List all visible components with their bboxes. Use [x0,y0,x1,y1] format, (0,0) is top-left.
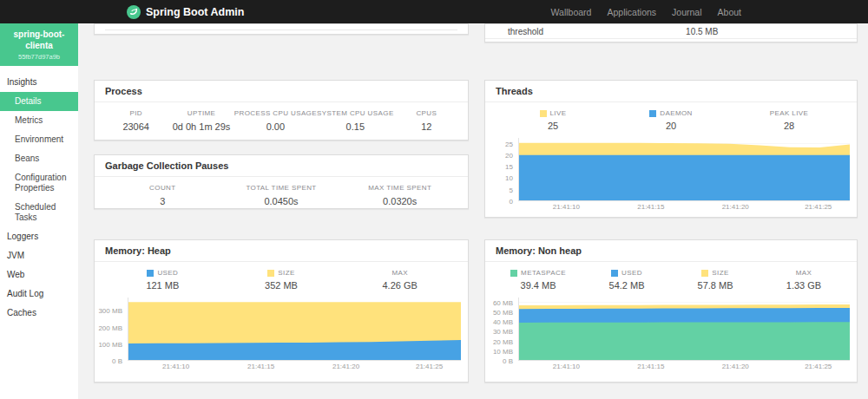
x-tick-label: 21:41:15 [637,203,664,211]
legend-size: SIZE57.8 MB [671,269,760,291]
threshold-row: threshold 10.5 MB [485,24,857,39]
metric-total-time-spent: TOTAL TIME SPENT0.0450s [222,184,341,206]
nav-link-applications[interactable]: Applications [607,7,656,17]
x-tick-label: 21:41:20 [722,203,749,211]
legend-swatch-icon [649,110,656,117]
metric-uptime: UPTIME0d 0h 1m 29s [168,109,233,132]
metric-value: 12 [394,121,459,132]
metric-cpus: CPUS12 [394,109,459,132]
legend-value: 39.4 MB [494,280,582,291]
metric-system-cpu-usage: SYSTEM CPU USAGE0.15 [317,109,394,132]
sidebar-item-environment[interactable]: Environment [0,130,78,149]
sidebar-item-metrics[interactable]: Metrics [0,111,78,130]
legend-used: USED54.2 MB [582,269,671,291]
metric-value: 23064 [103,121,168,132]
legend-swatch-icon [267,270,274,277]
sidebar-item-scheduled-tasks[interactable]: Scheduled Tasks [0,198,78,227]
gc-card-title: Garbage Collection Pauses [95,155,468,177]
memory-nonheap-card: Memory: Non heap METASPACE39.4 MBUSED54.… [484,239,858,383]
metric-count: COUNT3 [103,184,222,206]
y-tick-label: 0 [510,198,513,206]
metric-process-cpu-usage: PROCESS CPU USAGE0.00 [234,109,317,132]
threads-chart-y-axis: 0510152025 [487,138,518,201]
nonheap-legend: METASPACE39.4 MBUSED54.2 MBSIZE57.8 MBMA… [485,262,857,292]
metric-value: 0.15 [317,121,394,132]
metric-value: 0d 0h 1m 29s [168,121,233,132]
heap-card-title: Memory: Heap [95,240,468,262]
legend-value: 28 [730,121,848,131]
sidebar-item-beans[interactable]: Beans [0,149,78,168]
sidebar-item-jvm[interactable]: JVM [0,246,78,265]
instance-card[interactable]: spring-boot- clienta 55fb77d97a9b [0,23,78,66]
process-metrics: PID23064UPTIME0d 0h 1m 29sPROCESS CPU US… [95,102,468,137]
legend-swatch-icon [701,270,708,277]
sidebar-item-audit-log[interactable]: Audit Log [0,285,78,304]
y-tick-label: 5 [510,186,513,193]
memory-heap-card: Memory: Heap USED121 MBSIZE352 MBMAX4.26… [94,239,469,383]
metric-label: UPTIME [168,109,233,117]
legend-max: MAX4.26 GB [340,269,459,291]
sidebar-item-insights[interactable]: Insights [0,73,78,92]
sidebar-item-caches[interactable]: Caches [0,304,78,323]
legend-swatch-icon [510,270,517,277]
navbar: Spring Boot Admin WallboardApplicationsJ… [0,0,868,23]
legend-label: SIZE [222,269,341,277]
x-tick-label: 21:41:10 [553,203,580,211]
legend-label: SIZE [671,269,760,277]
sidebar-item-details[interactable]: Details [0,92,78,111]
legend-value: 20 [612,121,730,131]
threads-card: Threads LIVE25DAEMON20PEAK LIVE28 051015… [484,80,858,218]
y-tick-label: 200 MB [98,324,122,331]
x-tick-label: 21:41:20 [332,363,359,370]
y-tick-label: 30 MB [493,328,513,336]
legend-label: LIVE [494,109,612,117]
legend-metaspace: METASPACE39.4 MB [494,269,582,291]
legend-label: PEAK LIVE [730,109,848,117]
legend-value: 54.2 MB [582,280,671,291]
y-tick-label: 20 [505,151,513,159]
sidebar-item-loggers[interactable]: Loggers [0,227,78,246]
metric-label: MAX TIME SPENT [340,184,459,192]
nonheap-chart-x-axis: 21:41:1021:41:1521:41:2021:41:25 [518,361,850,372]
partial-divider [105,29,457,30]
x-tick-label: 21:41:15 [247,363,274,370]
heap-chart: 0 B100 MB200 MB300 MB 21:41:1021:41:1521… [95,292,468,374]
navbar-links: WallboardApplicationsJournalAbout [551,0,741,23]
sidebar-item-configuration-properties[interactable]: Configuration Properties [0,168,78,198]
metric-value: 3 [103,196,222,206]
partial-card-threshold: threshold 10.5 MB [484,23,858,43]
metric-label: CPUS [394,109,459,117]
nav-link-journal[interactable]: Journal [672,7,701,17]
heap-chart-x-axis: 21:41:1021:41:1521:41:2021:41:25 [128,361,461,372]
brand[interactable]: Spring Boot Admin [127,5,244,19]
metric-value: 0.00 [234,121,317,132]
metric-value: 0.0320s [340,196,459,206]
legend-label: USED [582,269,671,277]
y-tick-label: 60 MB [493,298,513,306]
legend-label: DAEMON [612,109,730,117]
metric-pid: PID23064 [103,109,168,132]
partial-card-top-left [94,23,469,35]
metric-value: 0.0450s [222,196,341,206]
x-tick-label: 21:41:15 [637,363,664,370]
nav-link-wallboard[interactable]: Wallboard [551,7,592,17]
instance-id: 55fb77d97a9b [2,53,76,61]
threads-card-title: Threads [485,81,857,102]
sidebar-item-web[interactable]: Web [0,265,78,285]
threads-chart-plot [518,138,850,201]
threshold-value: 10.5 MB [686,27,718,36]
column-right: threshold 10.5 MB Threads LIVE25DAEMON20… [484,23,858,399]
gc-metrics: COUNT3TOTAL TIME SPENT0.0450sMAX TIME SP… [95,177,468,209]
y-tick-label: 20 MB [493,337,513,345]
metric-label: PROCESS CPU USAGE [234,109,317,117]
metric-label: SYSTEM CPU USAGE [317,109,394,117]
x-tick-label: 21:41:20 [722,363,749,370]
legend-value: 1.33 GB [760,280,848,291]
y-tick-label: 10 MB [493,347,513,355]
legend-value: 121 MB [103,280,222,291]
main-content: Process PID23064UPTIME0d 0h 1m 29sPROCES… [78,23,868,399]
threads-chart: 0510152025 21:41:1021:41:1521:41:2021:41… [485,133,857,214]
gc-pauses-card: Garbage Collection Pauses COUNT3TOTAL TI… [94,154,469,209]
legend-label: METASPACE [494,269,582,277]
nav-link-about[interactable]: About [718,7,741,17]
